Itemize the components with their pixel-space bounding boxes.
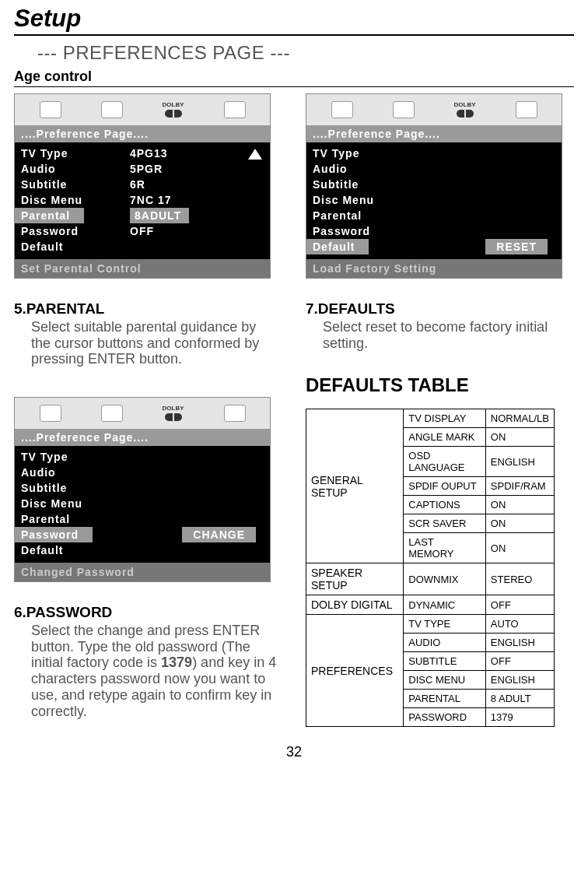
osd-header: ....Preference Page....	[15, 125, 270, 142]
section-body: Select the change and press ENTER button…	[14, 621, 278, 719]
table-cell: OSD LANGUAGE	[404, 447, 486, 477]
osd-header: ....Preference Page....	[15, 429, 270, 446]
table-cell: 8 ADULT	[485, 690, 554, 708]
menu-item[interactable]: Subtitle	[21, 480, 124, 496]
table-category: DOLBY DIGITAL	[306, 595, 404, 615]
table-cell: PARENTAL	[404, 690, 486, 708]
change-button[interactable]: CHANGE	[182, 527, 256, 542]
osd-footer: Set Parental Control	[15, 259, 270, 278]
tv-icon	[224, 405, 246, 422]
table-cell: SCR SAVER	[404, 514, 486, 533]
menu-item[interactable]: Disc Menu	[313, 192, 415, 208]
option-item[interactable]: OFF	[130, 223, 270, 239]
menu-item[interactable]: Password	[21, 223, 124, 239]
menu-item[interactable]: TV Type	[21, 449, 124, 465]
menu-item[interactable]: Audio	[21, 465, 124, 480]
tv-icon	[224, 101, 246, 118]
menu-item[interactable]: Disc Menu	[21, 192, 124, 208]
dolby-icon: DOLBY	[163, 405, 184, 421]
table-cell: OFF	[485, 652, 554, 671]
menu-item[interactable]: Password	[313, 223, 415, 239]
menu-item[interactable]: TV Type	[313, 146, 415, 161]
section-body: Select suitable parental guidance by the…	[14, 318, 278, 367]
table-cell: ENGLISH	[485, 447, 554, 477]
table-cell: AUTO	[485, 615, 554, 634]
section-title: 5.PARENTAL	[14, 300, 282, 318]
option-item[interactable]: 7NC 17	[130, 192, 270, 208]
table-cell: CAPTIONS	[404, 496, 486, 514]
menu-item[interactable]: Disc Menu	[21, 496, 124, 511]
defaults-table-title: DEFAULTS TABLE	[306, 374, 574, 396]
table-cell: ENGLISH	[485, 634, 554, 652]
picture-icon	[40, 101, 61, 118]
scroll-up-icon[interactable]	[248, 149, 262, 160]
menu-item[interactable]: Default	[21, 239, 124, 254]
table-cell: 1379	[485, 708, 554, 727]
table-cell: ON	[485, 533, 554, 563]
menu-item[interactable]: Subtitle	[21, 177, 124, 192]
menu-item[interactable]: Subtitle	[313, 177, 415, 192]
section-title: 6.PASSWORD	[14, 604, 282, 621]
page-subtitle: --- PREFERENCES PAGE ---	[14, 42, 574, 64]
menu-item[interactable]: Audio	[21, 161, 124, 177]
table-row: GENERAL SETUPTV DISPLAYNORMAL/LB	[306, 409, 555, 428]
osd-default-panel: DOLBY ....Preference Page.... TV TypeAud…	[306, 93, 562, 279]
osd-icon-row: DOLBY	[15, 94, 270, 125]
option-item[interactable]: 6R	[130, 177, 270, 192]
table-cell: ANGLE MARK	[404, 428, 486, 447]
table-cell: STEREO	[485, 563, 554, 595]
section-parental: 5.PARENTAL Select suitable parental guid…	[14, 300, 282, 367]
menu-item[interactable]: Parental	[21, 511, 124, 527]
picture-icon	[40, 405, 61, 422]
table-cell: SPDIF/RAM	[485, 477, 554, 496]
reset-button[interactable]: RESET	[485, 239, 548, 254]
tv-icon	[516, 101, 537, 118]
section-title: 7.DEFAULTS	[306, 300, 574, 318]
table-cell: LAST MEMORY	[404, 533, 486, 563]
option-item[interactable]: 8ADULT	[130, 208, 270, 223]
table-cell: ON	[485, 496, 554, 514]
menu-item[interactable]: Audio	[313, 161, 415, 177]
osd-parental-panel: DOLBY ....Preference Page.... TV TypeAud…	[14, 93, 271, 279]
disc-icon	[393, 101, 415, 118]
page-title: Setup	[14, 5, 574, 36]
table-cell: NORMAL/LB	[485, 409, 554, 428]
table-cell: ENGLISH	[485, 671, 554, 690]
dolby-icon: DOLBY	[163, 102, 184, 118]
default-password: 1379	[161, 655, 192, 670]
page-number: 32	[14, 744, 574, 760]
dolby-icon: DOLBY	[454, 102, 476, 118]
table-cell: TV DISPLAY	[404, 409, 486, 428]
table-cell: AUDIO	[404, 634, 486, 652]
osd-footer: Changed Password	[15, 563, 270, 581]
picture-icon	[331, 101, 353, 118]
table-cell: DISC MENU	[404, 671, 486, 690]
table-cell: DOWNMIX	[404, 563, 486, 595]
section-password: 6.PASSWORD Select the change and press E…	[14, 604, 282, 719]
age-control-heading: Age control	[14, 68, 574, 87]
osd-header: ....Preference Page....	[306, 125, 562, 142]
table-cell: SUBTITLE	[404, 652, 486, 671]
menu-item[interactable]: TV Type	[21, 146, 124, 161]
osd-password-panel: DOLBY ....Preference Page.... TV TypeAud…	[14, 397, 271, 582]
table-cell: TV TYPE	[404, 615, 486, 634]
table-category: GENERAL SETUP	[306, 409, 404, 563]
defaults-table: GENERAL SETUPTV DISPLAYNORMAL/LBANGLE MA…	[306, 409, 555, 727]
menu-item[interactable]: Parental	[313, 208, 415, 223]
section-defaults: 7.DEFAULTS Select reset to become factor…	[306, 300, 574, 351]
table-category: PREFERENCES	[306, 615, 404, 727]
table-category: SPEAKER SETUP	[306, 563, 404, 595]
section-body: Select reset to become factory initial s…	[306, 318, 570, 351]
table-cell: OFF	[485, 595, 554, 615]
osd-footer: Load Factory Setting	[306, 259, 562, 278]
option-item[interactable]: 5PGR	[130, 161, 270, 177]
menu-item[interactable]: Default	[21, 542, 124, 558]
disc-icon	[101, 405, 123, 422]
osd-icon-row: DOLBY	[306, 94, 562, 125]
table-cell: SPDIF OUPUT	[404, 477, 486, 496]
table-row: DOLBY DIGITALDYNAMICOFF	[306, 595, 555, 615]
table-cell: ON	[485, 514, 554, 533]
table-cell: DYNAMIC	[404, 595, 486, 615]
table-cell: ON	[485, 428, 554, 447]
table-cell: PASSWORD	[404, 708, 486, 727]
